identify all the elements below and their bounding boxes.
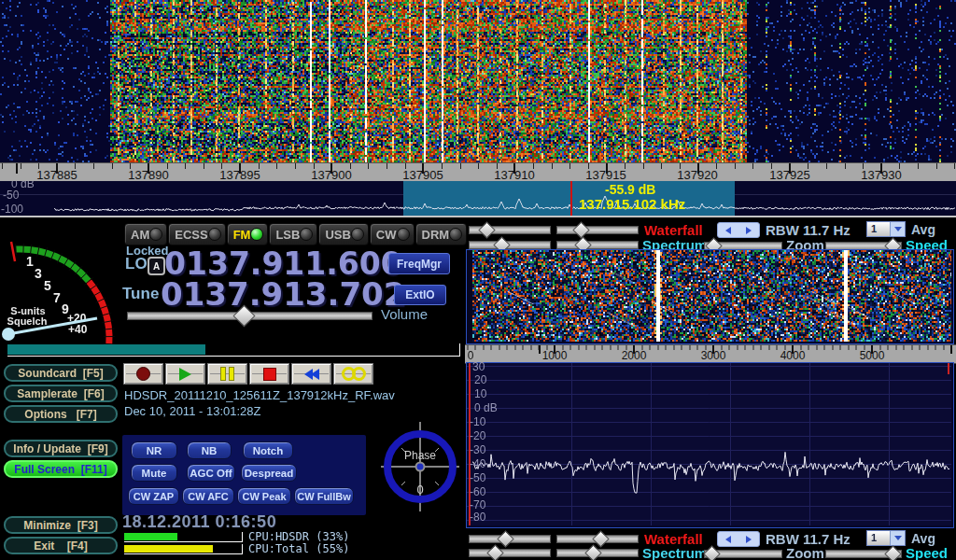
- audio-frequency-ruler[interactable]: 0 1000 2000 3000 4000 5000: [465, 344, 956, 364]
- rewind-button[interactable]: [291, 363, 331, 385]
- cw-fullbw-button[interactable]: CW FullBw: [294, 487, 354, 505]
- playback-controls: [123, 363, 373, 385]
- mode-led-icon: [351, 228, 364, 241]
- extio-button[interactable]: ExtIO: [394, 285, 446, 305]
- hdsdr-window: 137885 137890 137895 137900 137905 13791…: [0, 0, 956, 560]
- main-waterfall-display[interactable]: [0, 0, 956, 162]
- agc-off-button[interactable]: AGC Off: [187, 464, 235, 482]
- waterfall-shift-spinner-2[interactable]: [717, 531, 760, 547]
- mode-usb[interactable]: USB: [318, 223, 368, 245]
- avg-dropdown[interactable]: 1: [866, 221, 906, 237]
- cpu-hdsdr-bar: [124, 532, 243, 542]
- db-label: -80: [470, 511, 485, 524]
- mode-fm[interactable]: FM: [227, 223, 269, 245]
- avg-dropdown-2[interactable]: 1: [866, 530, 906, 546]
- main-frequency-ruler[interactable]: 137885 137890 137895 137900 137905 13791…: [0, 162, 956, 182]
- samplerate-button[interactable]: Samplerate [F6]: [4, 385, 118, 402]
- waterfall-contrast-slider-2[interactable]: [556, 532, 639, 544]
- spectrum-range-slider-2b[interactable]: [556, 546, 639, 558]
- mode-led-icon: [300, 228, 313, 241]
- nb-button[interactable]: NB: [187, 441, 232, 459]
- mode-drm[interactable]: DRM: [415, 223, 468, 245]
- phase-dot: [417, 464, 424, 470]
- cw-zap-button[interactable]: CW ZAP: [128, 487, 179, 505]
- nr-button[interactable]: NR: [131, 441, 177, 459]
- loop-button[interactable]: [333, 363, 373, 385]
- db-label: 30: [472, 360, 485, 373]
- right-arrow-icon[interactable]: [746, 536, 752, 543]
- volume-label: Volume: [381, 306, 428, 322]
- mode-label: DRM: [422, 228, 450, 242]
- stop-icon: [263, 368, 276, 381]
- waterfall-brightness-slider[interactable]: [469, 223, 551, 235]
- left-arrow-icon[interactable]: [725, 227, 731, 234]
- spectrum-range-slider-1b[interactable]: [469, 546, 551, 558]
- lo-auto-badge[interactable]: A: [148, 257, 165, 275]
- main-spectrum-trace: [0, 181, 956, 216]
- mode-led-icon: [397, 228, 410, 241]
- waterfall-shift-spinner[interactable]: [717, 222, 760, 238]
- waterfall-brightness-slider-2[interactable]: [469, 532, 551, 544]
- mode-label: ECSS: [175, 228, 207, 242]
- dropdown-arrow-button[interactable]: [890, 531, 905, 545]
- record-icon: [136, 367, 150, 381]
- record-button[interactable]: [123, 363, 163, 385]
- pause-button[interactable]: [207, 363, 247, 385]
- waterfall-contrast-slider[interactable]: [556, 223, 639, 235]
- mute-button[interactable]: Mute: [131, 464, 177, 482]
- freq-tick: 137900: [311, 168, 351, 182]
- cw-afc-button[interactable]: CW AFC: [182, 487, 234, 505]
- mode-lsb[interactable]: LSB: [269, 223, 317, 245]
- full-screen-button[interactable]: Full Screen [F11]: [4, 460, 118, 478]
- tune-frequency-display[interactable]: 0137.913.702: [161, 278, 405, 310]
- despread-button[interactable]: Despread: [241, 464, 297, 482]
- avg-label: Avg: [911, 222, 935, 237]
- play-button[interactable]: [165, 363, 205, 385]
- mode-cw[interactable]: CW: [370, 223, 415, 245]
- audio-spectrum-display[interactable]: [467, 363, 951, 525]
- freq-tick: 1000: [542, 349, 568, 362]
- db-label: -40: [470, 457, 485, 470]
- audio-spectrum-frame: 30 20 10 0 dB -10 -20 -30 -40 -50 -60 -7…: [466, 362, 954, 528]
- datetime-display: 18.12.2011 0:16:50: [122, 512, 276, 532]
- slider-handle[interactable]: [232, 304, 255, 327]
- s-meter[interactable]: 1 3 5 7 9 +20 +40 S-units Squelch: [0, 229, 125, 348]
- options-button[interactable]: Options [F7]: [4, 405, 118, 423]
- mode-am[interactable]: AM: [124, 223, 167, 245]
- phase-label: Phase: [404, 449, 436, 462]
- smeter-red-arc: [89, 281, 109, 344]
- left-arrow-icon[interactable]: [725, 536, 731, 543]
- cw-peak-button[interactable]: CW Peak: [237, 487, 291, 505]
- info-update-button[interactable]: Info / Update [F9]: [4, 440, 118, 457]
- mode-ecss[interactable]: ECSS: [168, 223, 225, 245]
- soundcard-button[interactable]: Soundcard [F5]: [4, 364, 118, 382]
- zoom-slider-2[interactable]: [704, 547, 782, 559]
- right-arrow-icon[interactable]: [746, 227, 752, 234]
- stop-button[interactable]: [249, 363, 289, 385]
- dropdown-arrow-button[interactable]: [890, 222, 905, 236]
- db-label: 0 dB: [474, 401, 498, 414]
- minimize-button[interactable]: Minimize [F3]: [4, 516, 118, 534]
- freqmgr-button[interactable]: FreqMgr: [388, 253, 450, 274]
- buffer-progress-track: [7, 343, 460, 357]
- tune-frequency-line: [570, 181, 572, 216]
- exit-button[interactable]: Exit [F4]: [4, 537, 118, 554]
- volume-slider[interactable]: [127, 309, 373, 321]
- main-spectrum-display[interactable]: 0 dB -50 -100 -55.9 dB 137.915.102 kHz: [0, 181, 956, 216]
- freq-tick: 137915: [585, 168, 626, 182]
- freq-tick: 4000: [780, 349, 806, 362]
- audio-waterfall-display[interactable]: [467, 250, 951, 342]
- phase-tick: [435, 482, 439, 485]
- db-label: -100: [1, 203, 23, 216]
- speed-slider-2[interactable]: [825, 547, 902, 559]
- db-label: -30: [470, 443, 485, 456]
- pause-icon: [220, 367, 234, 381]
- loop-icon: [342, 367, 366, 381]
- freq-tick: 137885: [36, 168, 77, 182]
- recording-timestamp: Dec 10, 2011 - 13:01:28Z: [124, 404, 260, 418]
- smeter-peak-marker: [11, 242, 15, 261]
- smeter-squelch-label: Squelch: [7, 315, 48, 327]
- notch-button[interactable]: Notch: [243, 441, 293, 459]
- mode-label: FM: [233, 228, 251, 242]
- smeter-scale-label: 1: [26, 254, 34, 269]
